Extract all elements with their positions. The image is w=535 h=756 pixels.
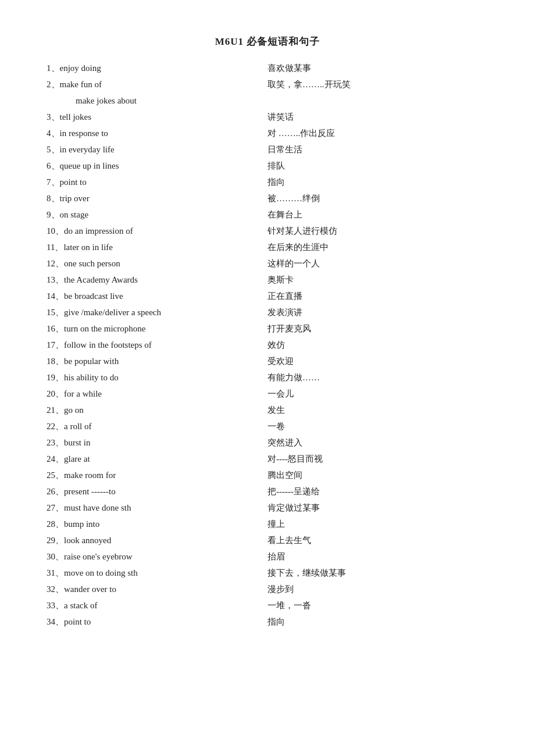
phrase-english: 17、follow in the footsteps of (47, 338, 244, 353)
phrase-english: 22、a roll of (47, 419, 244, 434)
phrase-chinese: 指向 (244, 615, 488, 630)
phrase-english: 10、do an impression of (47, 224, 244, 239)
phrase-chinese: 讲笑话 (244, 110, 488, 125)
phrase-english: 33、a stack of (47, 598, 244, 614)
phrase-chinese: 正在直播 (244, 289, 488, 304)
phrase-english: 5、in everyday life (47, 142, 244, 158)
phrase-chinese: 接下去，继续做某事 (244, 566, 488, 581)
phrase-english: 30、raise one's eyebrow (47, 550, 244, 565)
list-item: 29、look annoyed看上去生气 (47, 533, 488, 548)
page-title: M6U1 必备短语和句子 (47, 35, 488, 48)
list-item: 2、make fun of取笑，拿……..开玩笑 (47, 77, 488, 92)
list-item: 10、do an impression of针对某人进行模仿 (47, 224, 488, 239)
list-item: 25、make room for腾出空间 (47, 468, 488, 483)
phrase-english: 24、glare at (47, 452, 244, 467)
phrase-english: 34、point to (47, 615, 244, 630)
phrase-chinese: 对 ……..作出反应 (244, 126, 488, 141)
phrase-chinese: 抬眉 (244, 550, 488, 565)
phrase-english: 8、trip over (47, 191, 244, 206)
phrase-english: 2、make fun of (47, 77, 244, 92)
phrase-chinese: 看上去生气 (244, 533, 488, 548)
phrase-english: 13、the Academy Awards (47, 273, 244, 288)
list-item: 5、in everyday life日常生活 (47, 142, 488, 158)
phrase-chinese: 奥斯卡 (244, 273, 488, 288)
phrase-english: 29、look annoyed (47, 533, 244, 548)
list-item: 16、turn on the microphone打开麦克风 (47, 322, 488, 337)
list-item: 6、queue up in lines 排队 (47, 159, 488, 174)
list-item: 13、the Academy Awards 奥斯卡 (47, 273, 488, 288)
phrase-chinese: 一会儿 (244, 387, 488, 402)
phrase-chinese: 一堆，一沓 (244, 598, 488, 614)
list-item: 31、move on to doing sth接下去，继续做某事 (47, 566, 488, 581)
list-item: 15、give /make/deliver a speech发表演讲 (47, 305, 488, 320)
list-item: 18、be popular with受欢迎 (47, 354, 488, 369)
phrase-chinese: 肯定做过某事 (244, 501, 488, 516)
phrase-chinese: 这样的一个人 (244, 256, 488, 272)
phrase-english: 6、queue up in lines (47, 159, 244, 174)
phrase-english: 28、bump into (47, 517, 244, 532)
phrase-chinese: 取笑，拿……..开玩笑 (244, 77, 488, 92)
phrase-chinese: 把------呈递给 (244, 484, 488, 500)
list-item: 28、bump into撞上 (47, 517, 488, 532)
phrase-chinese: 发表演讲 (244, 305, 488, 320)
phrase-english: 7、point to (47, 175, 244, 190)
list-item: 34、point to指向 (47, 615, 488, 630)
phrase-english: 11、later on in life (47, 240, 244, 255)
phrase-chinese: 日常生活 (244, 142, 488, 158)
list-item: 27、must have done sth 肯定做过某事 (47, 501, 488, 516)
phrase-chinese: 在舞台上 (244, 208, 488, 223)
phrase-chinese: 效仿 (244, 338, 488, 353)
phrase-chinese: 漫步到 (244, 582, 488, 597)
phrase-english: 20、for a while (47, 387, 244, 402)
list-item: 9、on stage在舞台上 (47, 208, 488, 223)
phrase-chinese: 有能力做…… (244, 370, 488, 386)
phrase-chinese: 腾出空间 (244, 468, 488, 483)
list-item: 17、follow in the footsteps of 效仿 (47, 338, 488, 353)
phrase-english: 4、in response to (47, 126, 244, 141)
list-item: 20、for a while一会儿 (47, 387, 488, 402)
phrase-english: 27、must have done sth (47, 501, 244, 516)
list-item: 19、his ability to do有能力做…… (47, 370, 488, 386)
list-item: 33、a stack of 一堆，一沓 (47, 598, 488, 614)
phrase-english: 12、one such person (47, 256, 244, 272)
list-item: 26、present ------to把------呈递给 (47, 484, 488, 500)
phrase-english: 16、turn on the microphone (47, 322, 244, 337)
phrase-english: 15、give /make/deliver a speech (47, 305, 244, 320)
phrase-english: 21、go on (47, 403, 244, 418)
list-item: 8、trip over被………绊倒 (47, 191, 488, 206)
list-item: 11、later on in life 在后来的生涯中 (47, 240, 488, 255)
list-item: 3、tell jokes讲笑话 (47, 110, 488, 125)
list-item: 24、glare at对----怒目而视 (47, 452, 488, 467)
list-item: 32、wander over to漫步到 (47, 582, 488, 597)
list-item: 1、enjoy doing喜欢做某事 (47, 61, 488, 76)
phrase-chinese: 对----怒目而视 (244, 452, 488, 467)
phrase-chinese: 在后来的生涯中 (244, 240, 488, 255)
list-item: 21、go on发生 (47, 403, 488, 418)
phrase-list: 1、enjoy doing喜欢做某事2、make fun of取笑，拿……..开… (47, 61, 488, 630)
list-item: 7、point to 指向 (47, 175, 488, 190)
phrase-english: 14、be broadcast live (47, 289, 244, 304)
phrase-english: 18、be popular with (47, 354, 244, 369)
phrase-chinese: 排队 (244, 159, 488, 174)
phrase-english: 19、his ability to do (47, 370, 244, 386)
list-item: 14、be broadcast live正在直播 (47, 289, 488, 304)
list-item: 30、raise one's eyebrow抬眉 (47, 550, 488, 565)
phrase-english: 31、move on to doing sth (47, 566, 244, 581)
phrase-chinese: 撞上 (244, 517, 488, 532)
phrase-english: 9、on stage (47, 208, 244, 223)
phrase-english: 23、burst in (47, 436, 244, 451)
phrase-chinese: 被………绊倒 (244, 191, 488, 206)
phrase-english: 25、make room for (47, 468, 244, 483)
phrase-chinese: 针对某人进行模仿 (244, 224, 488, 239)
phrase-chinese: 一卷 (244, 419, 488, 434)
list-item: 4、in response to对 ……..作出反应 (47, 126, 488, 141)
phrase-english: 3、tell jokes (47, 110, 244, 125)
phrase-chinese: 受欢迎 (244, 354, 488, 369)
phrase-english: make jokes about (76, 94, 273, 109)
phrase-english: 26、present ------to (47, 484, 244, 500)
list-item: make jokes about (76, 94, 488, 109)
phrase-english: 1、enjoy doing (47, 61, 244, 76)
phrase-chinese: 打开麦克风 (244, 322, 488, 337)
list-item: 22、a roll of 一卷 (47, 419, 488, 434)
phrase-english: 32、wander over to (47, 582, 244, 597)
